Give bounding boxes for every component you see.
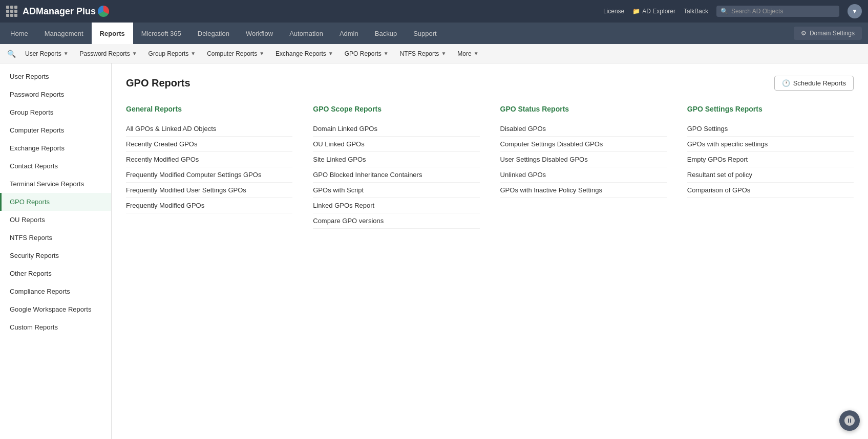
report-user-settings-disabled-gpos[interactable]: User Settings Disabled GPOs: [500, 152, 667, 167]
general-reports-section: General Reports All GPOs & Linked AD Obj…: [126, 105, 292, 229]
sidebar-item-exchange-reports[interactable]: Exchange Reports: [0, 139, 111, 157]
chat-icon: [843, 414, 856, 427]
sidebar-item-group-reports[interactable]: Group Reports: [0, 103, 111, 121]
report-all-gpos-linked-ad-objects[interactable]: All GPOs & Linked AD Objects: [126, 121, 292, 137]
gpo-scope-reports-section: GPO Scope Reports Domain Linked GPOs OU …: [313, 105, 479, 229]
user-reports-arrow: ▼: [63, 51, 69, 56]
nav-support[interactable]: Support: [405, 23, 445, 44]
nav-admin[interactable]: Admin: [331, 23, 367, 44]
report-unlinked-gpos[interactable]: Unlinked GPOs: [500, 167, 667, 183]
app-logo: ADManager Plus: [23, 6, 109, 17]
gpo-settings-reports-title: GPO Settings Reports: [687, 105, 854, 115]
nav-automation[interactable]: Automation: [281, 23, 331, 44]
report-gpo-settings[interactable]: GPO Settings: [687, 121, 854, 137]
report-domain-linked-gpos[interactable]: Domain Linked GPOs: [313, 121, 479, 137]
report-compare-gpo-versions[interactable]: Compare GPO versions: [313, 213, 479, 229]
ad-explorer-link[interactable]: 📁 AD Explorer: [632, 8, 675, 15]
logo-icon: [98, 6, 109, 17]
sidebar-item-contact-reports[interactable]: Contact Reports: [0, 157, 111, 175]
search-box[interactable]: 🔍: [716, 6, 839, 17]
report-ou-linked-gpos[interactable]: OU Linked GPOs: [313, 137, 479, 152]
subnav-user-reports[interactable]: User Reports ▼: [20, 44, 74, 63]
nav-delegation[interactable]: Delegation: [189, 23, 238, 44]
nav-workflow[interactable]: Workflow: [238, 23, 281, 44]
sub-nav: 🔍 User Reports ▼ Password Reports ▼ Grou…: [0, 44, 868, 63]
report-gpo-blocked-inheritance-containers[interactable]: GPO Blocked Inheritance Containers: [313, 167, 479, 183]
report-gpos-with-specific-settings[interactable]: GPOs with specific settings: [687, 137, 854, 152]
subnav-ntfs-reports[interactable]: NTFS Reports ▼: [395, 44, 452, 63]
bottom-chat-avatar[interactable]: [839, 410, 860, 431]
schedule-reports-button[interactable]: 🕐 Schedule Reports: [774, 76, 854, 91]
group-reports-arrow: ▼: [190, 51, 196, 56]
sidebar-item-custom-reports[interactable]: Custom Reports: [0, 318, 111, 336]
sub-search-icon[interactable]: 🔍: [4, 50, 19, 58]
report-frequently-modified-user-settings-gpos[interactable]: Frequently Modified User Settings GPOs: [126, 183, 292, 198]
nav-right: ⚙ Domain Settings: [794, 27, 866, 40]
ntfs-reports-arrow: ▼: [441, 51, 446, 56]
report-recently-modified-gpos[interactable]: Recently Modified GPOs: [126, 152, 292, 167]
report-site-linked-gpos[interactable]: Site Linked GPOs: [313, 152, 479, 167]
subnav-more[interactable]: More ▼: [452, 44, 483, 63]
ad-explorer-label: AD Explorer: [642, 8, 675, 15]
sidebar-item-ou-reports[interactable]: OU Reports: [0, 211, 111, 229]
sidebar-item-security-reports[interactable]: Security Reports: [0, 247, 111, 265]
report-linked-gpos-report[interactable]: Linked GPOs Report: [313, 198, 479, 213]
grid-menu-icon[interactable]: [6, 6, 17, 17]
subnav-gpo-reports[interactable]: GPO Reports ▼: [340, 44, 394, 63]
sidebar: User Reports Password Reports Group Repo…: [0, 63, 112, 439]
gpo-status-reports-title: GPO Status Reports: [500, 105, 667, 115]
gear-icon: ⚙: [801, 30, 807, 37]
report-comparison-of-gpos[interactable]: Comparison of GPOs: [687, 183, 854, 198]
license-link[interactable]: License: [603, 8, 624, 15]
subnav-password-reports[interactable]: Password Reports ▼: [75, 44, 142, 63]
report-frequently-modified-computer-settings-gpos[interactable]: Frequently Modified Computer Settings GP…: [126, 167, 292, 183]
report-frequently-modified-gpos[interactable]: Frequently Modified GPOs: [126, 198, 292, 213]
report-disabled-gpos[interactable]: Disabled GPOs: [500, 121, 667, 137]
main-content: GPO Reports 🕐 Schedule Reports General R…: [112, 63, 868, 439]
subnav-exchange-reports[interactable]: Exchange Reports ▼: [270, 44, 338, 63]
clock-icon: 🕐: [782, 79, 790, 87]
sidebar-item-terminal-service-reports[interactable]: Terminal Service Reports: [0, 175, 111, 193]
sidebar-item-google-workspace-reports[interactable]: Google Workspace Reports: [0, 300, 111, 318]
nav-home[interactable]: Home: [2, 23, 36, 44]
gpo-reports-arrow: ▼: [384, 51, 389, 56]
schedule-button-label: Schedule Reports: [793, 79, 846, 87]
sidebar-item-user-reports[interactable]: User Reports: [0, 68, 111, 85]
exchange-reports-arrow: ▼: [328, 51, 333, 56]
user-avatar[interactable]: ▼: [848, 4, 862, 18]
header-right: License 📁 AD Explorer TalkBack 🔍 ▼: [603, 4, 862, 18]
sidebar-item-ntfs-reports[interactable]: NTFS Reports: [0, 229, 111, 247]
report-computer-settings-disabled-gpos[interactable]: Computer Settings Disabled GPOs: [500, 137, 667, 152]
sidebar-item-computer-reports[interactable]: Computer Reports: [0, 121, 111, 139]
main-layout: User Reports Password Reports Group Repo…: [0, 63, 868, 439]
report-gpos-with-inactive-policy-settings[interactable]: GPOs with Inactive Policy Settings: [500, 183, 667, 198]
report-resultant-set-of-policy[interactable]: Resultant set of policy: [687, 167, 854, 183]
header-left: ADManager Plus: [6, 6, 109, 17]
subnav-computer-reports[interactable]: Computer Reports ▼: [202, 44, 269, 63]
page-title: GPO Reports: [126, 77, 190, 89]
search-icon: 🔍: [721, 8, 728, 15]
talkback-link[interactable]: TalkBack: [684, 8, 708, 15]
nav-bar: Home Management Reports Microsoft 365 De…: [0, 23, 868, 44]
report-empty-gpos-report[interactable]: Empty GPOs Report: [687, 152, 854, 167]
more-arrow: ▼: [474, 51, 479, 56]
sidebar-item-password-reports[interactable]: Password Reports: [0, 85, 111, 103]
nav-backup[interactable]: Backup: [367, 23, 405, 44]
folder-icon: 📁: [632, 8, 640, 15]
page-header: GPO Reports 🕐 Schedule Reports: [126, 76, 854, 91]
nav-management[interactable]: Management: [36, 23, 92, 44]
gpo-status-reports-section: GPO Status Reports Disabled GPOs Compute…: [500, 105, 667, 229]
domain-settings-button[interactable]: ⚙ Domain Settings: [794, 27, 862, 40]
report-gpos-with-script[interactable]: GPOs with Script: [313, 183, 479, 198]
sidebar-item-gpo-reports[interactable]: GPO Reports: [0, 193, 111, 211]
nav-microsoft365[interactable]: Microsoft 365: [133, 23, 189, 44]
search-input[interactable]: [731, 8, 835, 15]
nav-reports[interactable]: Reports: [92, 23, 133, 44]
report-recently-created-gpos[interactable]: Recently Created GPOs: [126, 137, 292, 152]
reports-grid: General Reports All GPOs & Linked AD Obj…: [126, 105, 854, 229]
sidebar-item-compliance-reports[interactable]: Compliance Reports: [0, 282, 111, 300]
subnav-group-reports[interactable]: Group Reports ▼: [143, 44, 201, 63]
sidebar-item-other-reports[interactable]: Other Reports: [0, 265, 111, 282]
logo-text: ADManager Plus: [23, 6, 96, 17]
computer-reports-arrow: ▼: [259, 51, 264, 56]
